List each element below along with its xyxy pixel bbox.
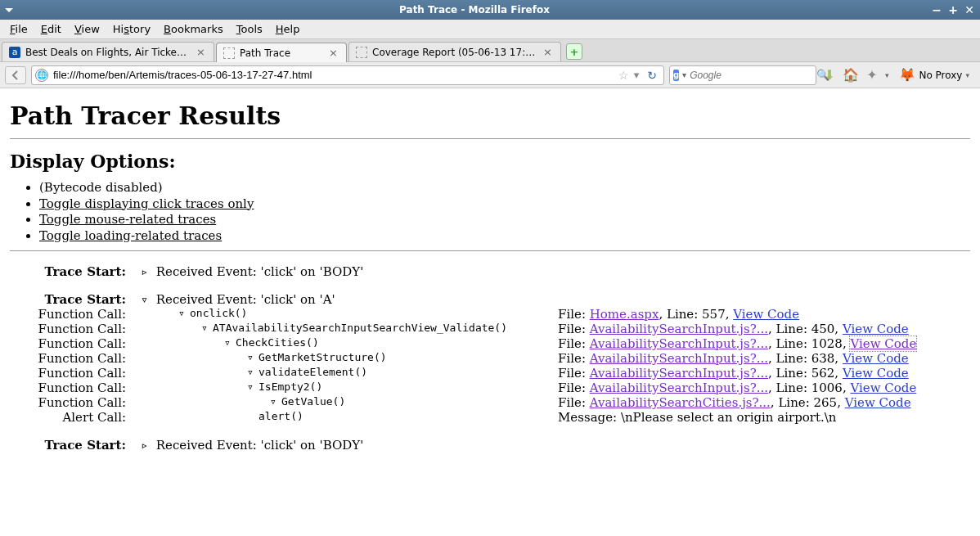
row-label: Trace Start: [10, 292, 141, 307]
row-label: Function Call: [10, 322, 141, 336]
window-maximize-button[interactable]: + [947, 4, 959, 16]
view-code-link[interactable]: View Code [850, 336, 916, 351]
view-code-link[interactable]: View Code [733, 307, 799, 322]
trace-file-info: File: AvailabilitySearchInput.js?..., Li… [558, 336, 970, 351]
toggle-mouse-traces-link[interactable]: Toggle mouse-related traces [39, 212, 216, 227]
reload-button[interactable]: ↻ [644, 69, 660, 82]
tree-toggle-open[interactable]: ▿ [178, 307, 190, 319]
foxyproxy-icon: 🦊 [899, 67, 915, 83]
fn-name: GetMarketStructure() [258, 351, 387, 363]
menu-bar: File Edit View History Bookmarks Tools H… [0, 20, 980, 39]
url-input[interactable] [53, 69, 614, 81]
addon-dropdown[interactable]: ▾ [885, 71, 889, 79]
fn-name: validateElement() [258, 366, 367, 378]
download-icon[interactable]: ⬇ [821, 67, 838, 83]
trace-file-info: File: Home.aspx, Line: 557, View Code [558, 307, 970, 322]
file-link[interactable]: AvailabilitySearchCities.js?... [590, 395, 771, 410]
page-title: Path Tracer Results [10, 101, 970, 130]
display-options-list: (Bytecode disabled) Toggle displaying cl… [39, 180, 970, 244]
tree-toggle-open[interactable]: ▿ [247, 381, 258, 393]
fn-name: onclick() [190, 307, 247, 319]
menu-help[interactable]: Help [271, 21, 305, 37]
menu-bookmarks[interactable]: Bookmarks [159, 21, 228, 37]
tab-close-button[interactable]: × [195, 46, 207, 58]
favicon-icon [356, 47, 367, 58]
trace-file-info: File: AvailabilitySearchInput.js?..., Li… [558, 322, 970, 336]
toggle-click-traces-link[interactable]: Toggle displaying click traces only [39, 196, 254, 211]
list-item: (Bytecode disabled) [39, 180, 970, 196]
tree-toggle-open[interactable]: ▿ [247, 351, 258, 363]
trace-file-info: File: AvailabilitySearchInput.js?..., Li… [558, 381, 970, 395]
window-minimize-button[interactable]: − [931, 4, 942, 16]
dropdown-icon[interactable]: ▾ [634, 69, 640, 81]
toggle-loading-traces-link[interactable]: Toggle loading-related traces [39, 228, 222, 243]
globe-icon: 🌐 [35, 69, 48, 82]
addon-icon[interactable]: ✦ [864, 67, 880, 83]
file-link[interactable]: AvailabilitySearchInput.js?... [590, 366, 768, 381]
line-number: 638 [811, 351, 835, 366]
fn-name: ATAvailabilitySearchInputSearchView_Vali… [213, 322, 507, 334]
file-link[interactable]: AvailabilitySearchInput.js?... [590, 322, 768, 336]
view-code-link[interactable]: View Code [843, 322, 909, 336]
proxy-selector[interactable]: 🦊 No Proxy ▾ [893, 65, 975, 85]
tab-label: Path Trace [240, 47, 322, 59]
tab-3[interactable]: Coverage Report (05-06-13 17:27... × [348, 42, 561, 61]
row-label: Function Call: [10, 395, 141, 410]
file-link[interactable]: AvailabilitySearchInput.js?... [590, 351, 768, 366]
tab-2[interactable]: Path Trace × [216, 43, 347, 62]
back-button[interactable] [5, 66, 26, 84]
option-text: (Bytecode disabled) [39, 180, 163, 195]
trace-block: Trace Start: ▿ Received Event: 'click' o… [10, 292, 970, 425]
window-titlebar: Path Trace - Mozilla Firefox − + ✕ [0, 0, 980, 20]
tree-toggle-open[interactable]: ▿ [141, 292, 152, 307]
file-link[interactable]: AvailabilitySearchInput.js?... [590, 381, 768, 395]
home-icon[interactable]: 🏠 [843, 67, 859, 83]
tree-toggle-closed[interactable]: ▹ [141, 438, 152, 453]
search-input[interactable] [690, 70, 813, 81]
row-label: Function Call: [10, 336, 141, 351]
window-close-button[interactable]: ✕ [964, 4, 975, 16]
menu-edit[interactable]: Edit [36, 21, 66, 37]
tree-toggle-open[interactable]: ▿ [247, 366, 258, 378]
tab-close-button[interactable]: × [542, 46, 554, 58]
fn-name: IsEmpty2() [258, 381, 322, 393]
file-link[interactable]: AvailabilitySearchInput.js?... [590, 336, 768, 351]
proxy-label: No Proxy [919, 70, 962, 81]
view-code-link[interactable]: View Code [843, 351, 909, 366]
proxy-dropdown-icon[interactable]: ▾ [965, 71, 969, 79]
tree-toggle-closed[interactable]: ▹ [141, 264, 152, 279]
tree-toggle-open[interactable]: ▿ [270, 395, 281, 408]
bookmark-star-icon[interactable]: ☆ [618, 69, 629, 82]
row-label: Function Call: [10, 366, 141, 381]
divider [10, 138, 970, 139]
search-bar[interactable]: g ▾ 🔍 [669, 65, 816, 85]
menu-file[interactable]: File [5, 21, 33, 37]
tree-toggle-open[interactable]: ▿ [224, 336, 236, 349]
new-tab-button[interactable]: + [566, 43, 582, 60]
line-number: 1028 [811, 336, 843, 351]
list-item: Toggle loading-related traces [39, 228, 970, 245]
window-menu-icon[interactable] [5, 6, 18, 14]
line-number: 265 [814, 395, 838, 410]
row-label: Function Call: [10, 351, 141, 366]
fn-name: alert() [258, 410, 303, 422]
trace-file-info: File: AvailabilitySearchInput.js?..., Li… [558, 366, 970, 381]
tab-close-button[interactable]: × [327, 47, 339, 59]
search-engine-dropdown[interactable]: ▾ [682, 70, 686, 79]
row-label: Trace Start: [10, 438, 141, 453]
menu-history[interactable]: History [108, 21, 155, 37]
view-code-link[interactable]: View Code [843, 366, 909, 381]
view-code-link[interactable]: View Code [845, 395, 911, 410]
page-viewport[interactable]: Path Tracer Results Display Options: (By… [0, 88, 980, 536]
tab-bar: a Best Deals on Flights, Air Tickets,...… [0, 39, 980, 62]
menu-view[interactable]: View [70, 21, 105, 37]
tree-toggle-open[interactable]: ▿ [201, 322, 213, 334]
trace-event: Received Event: 'click' on 'BODY' [156, 438, 364, 453]
file-link[interactable]: Home.aspx [590, 307, 659, 322]
tab-1[interactable]: a Best Deals on Flights, Air Tickets,...… [2, 42, 214, 61]
trace-file-info: File: AvailabilitySearchInput.js?..., Li… [558, 351, 970, 366]
menu-tools[interactable]: Tools [232, 21, 267, 37]
url-bar[interactable]: 🌐 ☆ ▾ ↻ [31, 65, 664, 85]
view-code-link[interactable]: View Code [850, 381, 916, 395]
section-title: Display Options: [10, 151, 970, 172]
